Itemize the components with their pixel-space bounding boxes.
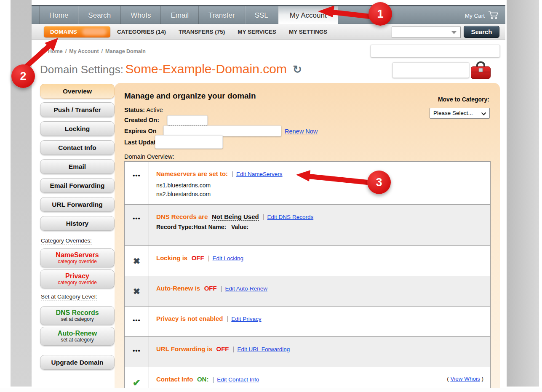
my-cart-label: My Cart bbox=[465, 13, 485, 19]
edit-contact-info-link[interactable]: Edit Contact Info bbox=[217, 376, 259, 383]
search-button[interactable]: Search bbox=[464, 26, 499, 38]
chevron-down-icon bbox=[481, 112, 486, 116]
sidebar-tab-label: Overview bbox=[63, 88, 92, 95]
sidebar-tab-history[interactable]: History bbox=[40, 216, 115, 231]
override-title: NameServers bbox=[56, 251, 99, 259]
nav-tab-my-account[interactable]: My Account bbox=[278, 6, 338, 25]
edit-nameservers-link[interactable]: Edit NameServers bbox=[236, 171, 283, 177]
home-icon bbox=[40, 48, 45, 54]
table-row-privacy: ••• Privacy is not enabled|Edit Privacy bbox=[125, 307, 490, 337]
redacted-value bbox=[155, 135, 223, 149]
nav-tab-transfer[interactable]: Transfer bbox=[199, 6, 245, 25]
x-icon: ✖ bbox=[133, 287, 140, 296]
sidebar-tab-label: URL Forwarding bbox=[52, 201, 102, 208]
refresh-icon[interactable]: ↻ bbox=[293, 63, 302, 76]
check-icon: ✔ bbox=[133, 377, 141, 388]
sidebar-tab-email-forwarding[interactable]: Email Forwarding bbox=[40, 178, 115, 193]
pipe-separator: | bbox=[221, 285, 222, 292]
renew-now-link[interactable]: Renew Now bbox=[285, 128, 318, 135]
sidebar-category-dns-records[interactable]: DNS Records set at category bbox=[40, 306, 115, 325]
subnav-item-transfers[interactable]: TRANSFERS (75) bbox=[179, 29, 225, 35]
status-value: Active bbox=[146, 107, 163, 113]
subnav-item-categories[interactable]: CATEGORIES (14) bbox=[117, 29, 166, 35]
move-to-category-label: Move to Category: bbox=[438, 96, 489, 103]
pipe-separator: | bbox=[263, 213, 264, 220]
row-title: DNS Records are bbox=[156, 213, 208, 220]
sidebar-tab-email[interactable]: Email bbox=[40, 159, 115, 174]
toolbox-icon[interactable] bbox=[470, 61, 491, 80]
sidebar-tab-url-forwarding[interactable]: URL Forwarding bbox=[40, 197, 115, 212]
sidebar-override-privacy[interactable]: Privacy category override bbox=[40, 269, 115, 288]
nav-tab-search[interactable]: Search bbox=[78, 6, 121, 25]
sidebar-category-auto-renew[interactable]: Auto-Renew set at category bbox=[40, 327, 115, 346]
callout-2: 2 bbox=[11, 64, 35, 88]
paren-open: ( bbox=[447, 376, 449, 382]
dots-icon: ••• bbox=[133, 172, 141, 179]
edit-privacy-link[interactable]: Edit Privacy bbox=[231, 316, 261, 322]
subnav-items: CATEGORIES (14) TRANSFERS (75) MY SERVIC… bbox=[117, 24, 327, 40]
upgrade-domain-label: Upgrade Domain bbox=[51, 359, 103, 366]
page: Home Search WhoIs Email Transfer SSL My … bbox=[32, 0, 507, 388]
category-title: DNS Records bbox=[56, 309, 99, 317]
dots-icon: ••• bbox=[133, 347, 141, 354]
subnav-item-domains[interactable]: DOMAINS bbox=[44, 26, 110, 37]
sidebar-tab-label: Locking bbox=[65, 125, 90, 133]
override-subtitle: category override bbox=[58, 259, 97, 264]
redacted-value bbox=[167, 115, 208, 125]
move-to-category-select[interactable]: Please Select... bbox=[430, 108, 490, 119]
x-icon: ✖ bbox=[133, 256, 140, 266]
table-row-url-forwarding: ••• URL Forwarding is OFF|Edit URL Forwa… bbox=[125, 337, 490, 367]
nav-tab-home[interactable]: Home bbox=[39, 6, 78, 25]
cart-icon bbox=[488, 11, 499, 21]
sidebar-tab-locking[interactable]: Locking bbox=[40, 121, 115, 136]
sidebar-tab-push-transfer[interactable]: Push / Transfer bbox=[40, 102, 115, 117]
subnav-item-my-settings[interactable]: MY SETTINGS bbox=[289, 29, 327, 35]
edit-url-forwarding-link[interactable]: Edit URL Forwarding bbox=[237, 346, 290, 352]
created-label: Created On: bbox=[124, 117, 159, 123]
status-line: Status: Active bbox=[124, 107, 163, 113]
pipe-separator: | bbox=[233, 345, 235, 352]
view-whois-link[interactable]: View Whois bbox=[450, 376, 480, 382]
dots-icon: ••• bbox=[133, 317, 141, 324]
row-status: ON: bbox=[197, 376, 209, 383]
breadcrumb: Home / My Account / Manage Domain bbox=[40, 48, 146, 54]
row-status: Not Being Used bbox=[212, 213, 259, 221]
override-title: Privacy bbox=[65, 272, 89, 280]
sidebar-tab-label: Contact Info bbox=[58, 144, 96, 152]
category-select-value: Please Select... bbox=[433, 110, 473, 116]
created-line: Created On: bbox=[124, 117, 159, 123]
pipe-separator: | bbox=[212, 376, 214, 383]
subnav-item-my-services[interactable]: MY SERVICES bbox=[238, 29, 276, 35]
row-title: Auto-Renew is bbox=[156, 285, 200, 292]
view-whois-wrap: ( View Whois ) bbox=[447, 376, 483, 382]
upgrade-domain-button[interactable]: Upgrade Domain bbox=[40, 355, 115, 370]
category-subtitle: set at category bbox=[61, 337, 94, 343]
edit-auto-renew-link[interactable]: Edit Auto-Renew bbox=[225, 285, 268, 292]
breadcrumb-home[interactable]: Home bbox=[48, 48, 63, 54]
domain-overview-table: ••• Nameservers are set to:|Edit NameSer… bbox=[124, 161, 491, 388]
edit-dns-records-link[interactable]: Edit DNS Records bbox=[267, 214, 314, 220]
edit-locking-link[interactable]: Edit Locking bbox=[213, 255, 244, 261]
nav-tab-whois[interactable]: WhoIs bbox=[121, 6, 161, 25]
sidebar-override-nameservers[interactable]: NameServers category override bbox=[40, 248, 115, 267]
breadcrumb-separator: / bbox=[65, 48, 67, 54]
sidebar-tab-contact-info[interactable]: Contact Info bbox=[40, 140, 115, 155]
domain-search-combobox[interactable] bbox=[392, 27, 461, 38]
combobox-arrow-icon bbox=[451, 31, 457, 34]
pipe-separator: | bbox=[208, 254, 210, 261]
breadcrumb-manage-domain[interactable]: Manage Domain bbox=[105, 48, 146, 54]
row-title: Privacy is not enabled bbox=[156, 315, 223, 322]
domain-overview-label: Domain Overview: bbox=[124, 153, 174, 160]
expires-line: Expires On bbox=[124, 128, 157, 134]
breadcrumb-separator: / bbox=[101, 48, 103, 54]
nav-tab-ssl[interactable]: SSL bbox=[245, 6, 278, 25]
nav-tab-email[interactable]: Email bbox=[161, 6, 199, 25]
my-cart-button[interactable]: My Cart bbox=[465, 6, 499, 25]
callout-3: 3 bbox=[367, 171, 391, 194]
nav-tabs: Home Search WhoIs Email Transfer SSL My … bbox=[39, 6, 338, 24]
domains-label: DOMAINS bbox=[50, 29, 77, 35]
breadcrumb-my-account[interactable]: My Account bbox=[69, 48, 99, 54]
sidebar-tab-label: Email Forwarding bbox=[50, 182, 104, 189]
domain-name: Some-Example-Domain.com bbox=[125, 62, 286, 76]
sidebar-tab-overview[interactable]: Overview bbox=[40, 84, 115, 99]
